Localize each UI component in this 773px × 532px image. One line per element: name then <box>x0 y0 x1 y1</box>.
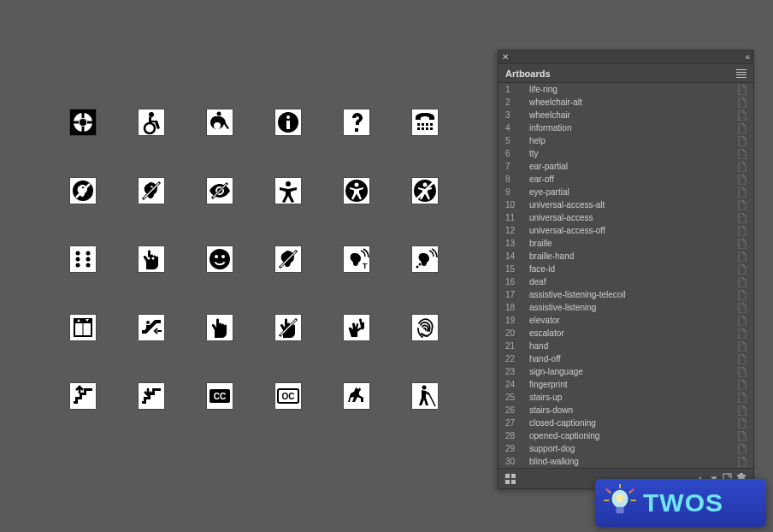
artboard-number: 17 <box>505 290 529 299</box>
escalator-artboard[interactable] <box>139 315 164 340</box>
artboard-list-item[interactable]: 21hand <box>499 340 753 352</box>
artboard-number: 6 <box>505 149 529 158</box>
assistive-listening-artboard[interactable] <box>412 246 438 272</box>
deaf-artboard[interactable] <box>275 246 301 272</box>
close-panel-icon[interactable]: ✕ <box>502 52 509 62</box>
hand-artboard[interactable] <box>207 315 233 340</box>
artboard-page-icon <box>738 162 746 172</box>
ear-off-artboard[interactable] <box>139 178 164 204</box>
artboard-list-item[interactable]: 13braille <box>499 237 753 250</box>
artboard-list-item[interactable]: 22hand-off <box>499 352 753 365</box>
rearrange-artboards-icon[interactable] <box>504 472 517 486</box>
artboard-number: 24 <box>505 380 529 389</box>
artboard-list[interactable]: 1life-ring2wheelchair-alt3wheelchair4inf… <box>499 83 753 468</box>
artboard-name: hand <box>529 341 738 351</box>
artboard-list-item[interactable]: 10universal-access-alt <box>499 198 753 211</box>
tty-artboard[interactable] <box>412 109 438 135</box>
artboard-page-icon <box>738 174 746 185</box>
artboard-name: escalator <box>529 328 738 338</box>
braille-hand-artboard[interactable] <box>139 246 164 272</box>
help-artboard[interactable] <box>344 109 369 135</box>
artboards-panel: ✕ « Artboards 1life-ring2wheelchair-alt3… <box>498 50 754 489</box>
artboard-list-item[interactable]: 7ear-partial <box>499 160 753 173</box>
artboard-list-item[interactable]: 3wheelchair <box>499 109 753 121</box>
stairs-down-artboard[interactable] <box>139 383 164 409</box>
artboard-number: 19 <box>505 316 529 325</box>
wheelchair-artboard[interactable] <box>207 109 233 135</box>
opened-captioning-artboard[interactable] <box>275 383 301 409</box>
elevator-artboard[interactable] <box>70 315 96 340</box>
artboard-list-item[interactable]: 1life-ring <box>499 83 753 96</box>
universal-access-alt-artboard[interactable] <box>275 178 301 204</box>
panel-title: Artboards <box>505 68 551 79</box>
support-dog-artboard[interactable] <box>344 383 369 409</box>
artboard-list-item[interactable]: 19elevator <box>499 314 753 327</box>
artboard-list-item[interactable]: 23sign-language <box>499 365 753 378</box>
artboard-page-icon <box>738 264 746 275</box>
panel-title-bar[interactable]: ✕ « <box>499 50 753 64</box>
artboard-number: 2 <box>505 98 529 107</box>
blind-walking-artboard[interactable] <box>412 383 438 409</box>
artboard-page-icon <box>738 239 746 249</box>
information-artboard[interactable] <box>275 109 301 135</box>
artboard-list-item[interactable]: 9eye-partial <box>499 186 753 198</box>
artboard-list-item[interactable]: 4information <box>499 121 753 134</box>
universal-access-off-artboard[interactable] <box>412 178 438 204</box>
artboard-list-item[interactable]: 27closed-captioning <box>499 417 753 429</box>
artboard-list-item[interactable]: 8ear-off <box>499 173 753 186</box>
artboard-list-item[interactable]: 14braille-hand <box>499 250 753 263</box>
collapse-panel-icon[interactable]: « <box>745 52 750 62</box>
stairs-up-artboard[interactable] <box>70 383 96 409</box>
artboards-icon-grid <box>70 109 489 452</box>
eye-partial-artboard[interactable] <box>207 178 233 204</box>
artboard-page-icon <box>738 444 746 454</box>
artboard-list-item[interactable]: 26stairs-down <box>499 404 753 417</box>
wheelchair-alt-artboard[interactable] <box>139 109 164 135</box>
artboard-page-icon <box>738 303 746 313</box>
artboard-number: 12 <box>505 226 529 235</box>
artboard-list-item[interactable]: 12universal-access-off <box>499 224 753 237</box>
artboard-list-item[interactable]: 24fingerprint <box>499 378 753 391</box>
artboard-list-item[interactable]: 17assistive-listening-telecoil <box>499 288 753 301</box>
artboard-page-icon <box>738 123 746 133</box>
face-id-artboard[interactable] <box>207 246 233 272</box>
artboard-list-item[interactable]: 15face-id <box>499 263 753 275</box>
artboard-list-item[interactable]: 28opened-captioning <box>499 429 753 442</box>
hand-off-artboard[interactable] <box>275 315 301 340</box>
braille-artboard[interactable] <box>70 246 96 272</box>
artboard-page-icon <box>738 418 746 429</box>
artboard-list-item[interactable]: 5help <box>499 134 753 147</box>
assistive-listening-telecoil-artboard[interactable] <box>344 246 369 272</box>
artboard-name: assistive-listening <box>529 303 738 312</box>
artboard-page-icon <box>738 187 746 198</box>
artboard-number: 14 <box>505 251 529 261</box>
life-ring-artboard[interactable] <box>70 109 96 135</box>
artboard-list-item[interactable]: 25stairs-up <box>499 391 753 404</box>
universal-access-artboard[interactable] <box>344 178 369 204</box>
artboard-name: wheelchair-alt <box>529 98 738 107</box>
artboard-list-item[interactable]: 6tty <box>499 147 753 160</box>
artboard-page-icon <box>738 213 746 223</box>
artboard-page-icon <box>738 354 746 364</box>
artboard-list-item[interactable]: 2wheelchair-alt <box>499 96 753 109</box>
artboard-number: 20 <box>505 328 529 338</box>
closed-captioning-artboard[interactable] <box>207 383 233 409</box>
sign-language-artboard[interactable] <box>344 315 369 340</box>
panel-menu-icon[interactable] <box>736 69 746 78</box>
artboard-page-icon <box>738 431 746 441</box>
artboard-page-icon <box>738 98 746 108</box>
fingerprint-artboard[interactable] <box>412 315 438 340</box>
artboard-list-item[interactable]: 18assistive-listening <box>499 301 753 314</box>
artboard-list-item[interactable]: 20escalator <box>499 327 753 340</box>
watermark-text: TWOS <box>643 488 723 517</box>
artboard-list-item[interactable]: 29support-dog <box>499 442 753 455</box>
artboard-page-icon <box>738 149 746 159</box>
artboard-name: universal-access-alt <box>529 200 738 210</box>
artboard-number: 23 <box>505 367 529 376</box>
ear-partial-artboard[interactable] <box>70 178 96 204</box>
artboard-list-item[interactable]: 30blind-walking <box>499 455 753 468</box>
artboard-list-item[interactable]: 16deaf <box>499 275 753 288</box>
artboard-number: 25 <box>505 393 529 402</box>
artboard-list-item[interactable]: 11universal-access <box>499 211 753 224</box>
design-canvas[interactable]: ✕ « Artboards 1life-ring2wheelchair-alt3… <box>0 0 773 532</box>
